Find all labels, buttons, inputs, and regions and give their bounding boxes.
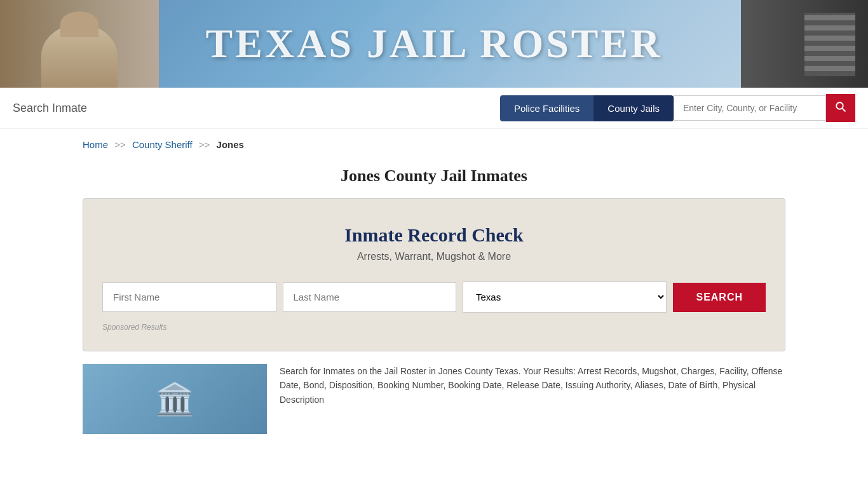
record-check-form: AlabamaAlaskaArizonaArkansasCaliforniaCo… — [102, 281, 766, 313]
record-check-title: Inmate Record Check — [102, 224, 766, 246]
breadcrumb: Home >> County Sheriff >> Jones — [0, 129, 868, 160]
breadcrumb-sep-1: >> — [114, 139, 126, 150]
svg-line-1 — [842, 108, 845, 111]
first-name-input[interactable] — [102, 282, 276, 312]
sponsored-results-label: Sponsored Results — [102, 323, 766, 332]
courthouse-image: 🏛️ — [83, 364, 267, 434]
header-banner: Texas Jail Roster — [0, 0, 868, 88]
nav-search-button[interactable] — [826, 94, 855, 122]
search-icon — [835, 101, 846, 112]
county-jails-button[interactable]: County Jails — [593, 95, 674, 121]
police-facilities-button[interactable]: Police Facilities — [500, 95, 593, 121]
capitol-dome — [41, 24, 118, 88]
banner-right-image — [741, 0, 868, 88]
record-search-button[interactable]: SEARCH — [673, 283, 766, 312]
svg-point-0 — [836, 102, 843, 109]
record-check-box: Inmate Record Check Arrests, Warrant, Mu… — [83, 198, 785, 351]
bottom-description: Search for Inmates on the Jail Roster in… — [280, 364, 785, 407]
record-check-subtitle: Arrests, Warrant, Mugshot & More — [102, 251, 766, 262]
facility-search-input[interactable] — [674, 95, 826, 121]
page-title: Jones County Jail Inmates — [0, 166, 868, 186]
clock-tower-icon: 🏛️ — [155, 381, 194, 417]
last-name-input[interactable] — [283, 282, 457, 312]
capitol-image — [0, 0, 159, 88]
site-title: Texas Jail Roster — [206, 20, 663, 67]
bottom-section: 🏛️ Search for Inmates on the Jail Roster… — [83, 364, 785, 434]
breadcrumb-sep-2: >> — [199, 139, 210, 150]
state-select[interactable]: AlabamaAlaskaArizonaArkansasCaliforniaCo… — [463, 281, 667, 313]
nav-bar: Search Inmate Police Facilities County J… — [0, 88, 868, 129]
breadcrumb-county-sheriff[interactable]: County Sheriff — [132, 139, 193, 150]
breadcrumb-current: Jones — [217, 139, 244, 150]
nav-search-label: Search Inmate — [13, 102, 494, 115]
nav-right: Police Facilities County Jails — [500, 94, 855, 122]
breadcrumb-home[interactable]: Home — [83, 139, 108, 150]
